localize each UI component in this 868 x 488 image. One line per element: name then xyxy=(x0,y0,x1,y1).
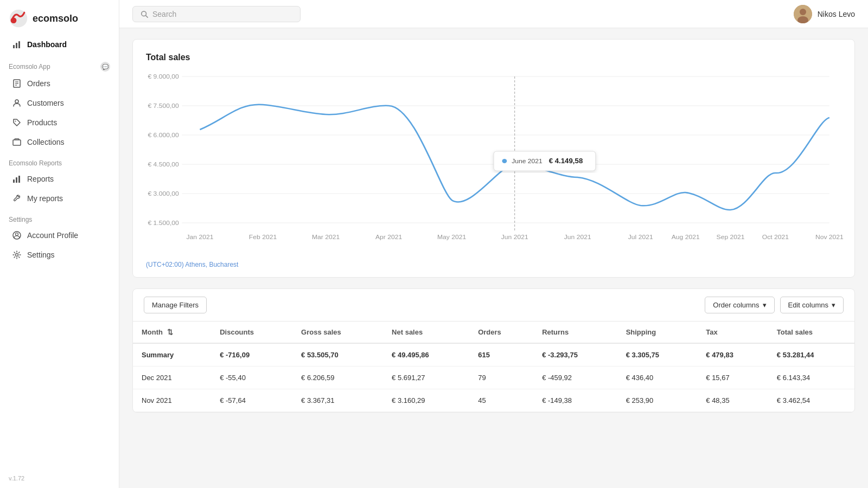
header: Search Nikos Levo xyxy=(119,0,868,28)
app-name: ecomsolo xyxy=(33,13,78,24)
sidebar: ecomsolo Dashboard Ecomsolo App 💬 Orders xyxy=(0,0,119,488)
svg-point-1 xyxy=(11,17,17,23)
edit-columns-label: Edit columns xyxy=(788,301,828,309)
logo-icon xyxy=(9,9,28,28)
table-cell: € 3.160,29 xyxy=(383,389,469,412)
svg-point-16 xyxy=(16,233,18,236)
manage-filters-button[interactable]: Manage Filters xyxy=(144,297,207,313)
version-label: v.1.72 xyxy=(0,468,119,488)
table-row: Nov 2021€ -57,64€ 3.367,31€ 3.160,2945€ … xyxy=(133,389,854,412)
order-columns-label: Order columns xyxy=(713,301,759,309)
svg-line-19 xyxy=(146,15,148,17)
svg-text:Nov 2021: Nov 2021 xyxy=(815,234,844,240)
table-cell: € 6.206,59 xyxy=(292,367,383,389)
search-bar[interactable]: Search xyxy=(132,6,301,22)
user-area[interactable]: Nikos Levo xyxy=(794,5,855,23)
table-cell: Summary xyxy=(133,343,211,367)
table-cell: € -57,64 xyxy=(211,389,292,412)
sidebar-item-dashboard-label: Dashboard xyxy=(27,40,67,49)
table-cell: Nov 2021 xyxy=(133,389,211,412)
col-total-sales: Total sales xyxy=(768,322,854,343)
svg-text:Mar 2021: Mar 2021 xyxy=(312,234,340,240)
table-cell: € -716,09 xyxy=(211,343,292,367)
svg-text:Oct 2021: Oct 2021 xyxy=(762,234,789,240)
svg-rect-4 xyxy=(18,41,20,48)
sidebar-item-settings[interactable]: Settings xyxy=(3,245,116,265)
svg-point-21 xyxy=(800,9,806,15)
receipt-icon xyxy=(12,79,22,88)
table-cell: € 48,35 xyxy=(697,389,768,412)
user-circle-icon xyxy=(12,230,22,240)
wrench-icon xyxy=(12,194,22,203)
svg-text:€ 3.000,00: € 3.000,00 xyxy=(148,191,178,197)
user-name: Nikos Levo xyxy=(818,10,855,18)
table-cell: € 6.143,34 xyxy=(768,367,854,389)
svg-text:Jul 2021: Jul 2021 xyxy=(628,234,653,240)
svg-text:Jun 2021: Jun 2021 xyxy=(501,234,528,240)
table-toolbar: Manage Filters Order columns ▾ Edit colu… xyxy=(133,289,854,322)
chart-svg: € 9.000,00 € 7.500,00 € 6.000,00 € 4.500… xyxy=(146,71,841,245)
sales-table: Month ⇅ Discounts Gross sales Net sales … xyxy=(133,322,854,412)
order-columns-button[interactable]: Order columns ▾ xyxy=(705,297,774,313)
sidebar-item-collections-label: Collections xyxy=(27,138,64,146)
svg-point-38 xyxy=(502,159,507,163)
svg-point-17 xyxy=(16,254,18,256)
sidebar-item-reports-label: Reports xyxy=(27,175,54,183)
col-tax: Tax xyxy=(697,322,768,343)
svg-rect-13 xyxy=(16,177,17,183)
search-placeholder: Search xyxy=(152,10,176,18)
svg-text:Jun 2021: Jun 2021 xyxy=(564,234,591,240)
sidebar-item-reports[interactable]: Reports xyxy=(3,169,116,189)
sidebar-item-customers[interactable]: Customers xyxy=(3,93,116,113)
svg-text:Sep 2021: Sep 2021 xyxy=(717,234,745,240)
table-cell: € 436,40 xyxy=(617,367,698,389)
svg-text:€ 9.000,00: € 9.000,00 xyxy=(148,74,178,80)
sidebar-item-collections[interactable]: Collections xyxy=(3,132,116,152)
svg-rect-3 xyxy=(16,43,17,48)
sidebar-item-account-profile[interactable]: Account Profile xyxy=(3,226,116,245)
col-month: Month ⇅ xyxy=(133,322,211,343)
table-row: Summary€ -716,09€ 53.505,70€ 49.495,8661… xyxy=(133,343,854,367)
edit-columns-button[interactable]: Edit columns ▾ xyxy=(780,297,844,313)
svg-text:€ 6.000,00: € 6.000,00 xyxy=(148,132,178,138)
sidebar-item-my-reports[interactable]: My reports xyxy=(3,189,116,208)
column-buttons: Order columns ▾ Edit columns ▾ xyxy=(705,297,844,313)
table-cell: € 5.691,27 xyxy=(383,367,469,389)
sidebar-item-products[interactable]: Products xyxy=(3,113,116,132)
sidebar-item-orders-label: Orders xyxy=(27,79,50,88)
table-cell: 45 xyxy=(469,389,533,412)
sidebar-item-orders[interactable]: Orders xyxy=(3,74,116,93)
svg-text:€ 7.500,00: € 7.500,00 xyxy=(148,103,178,109)
col-shipping: Shipping xyxy=(617,322,698,343)
col-gross-sales: Gross sales xyxy=(292,322,383,343)
svg-rect-14 xyxy=(18,176,20,183)
svg-text:Jan 2021: Jan 2021 xyxy=(186,234,213,240)
tag-icon xyxy=(12,118,22,127)
sidebar-item-dashboard[interactable]: Dashboard xyxy=(3,35,116,54)
sort-icon[interactable]: ⇅ xyxy=(167,328,173,336)
svg-text:Feb 2021: Feb 2021 xyxy=(249,234,277,240)
table-cell: € 53.505,70 xyxy=(292,343,383,367)
bubble-icon: 💬 xyxy=(100,62,110,72)
search-icon xyxy=(141,10,148,18)
chevron-down-icon: ▾ xyxy=(763,301,767,309)
table-cell: € 53.281,44 xyxy=(768,343,854,367)
table-card: Manage Filters Order columns ▾ Edit colu… xyxy=(132,288,855,413)
table-cell: € -55,40 xyxy=(211,367,292,389)
svg-rect-2 xyxy=(13,45,15,48)
svg-rect-11 xyxy=(13,140,21,145)
table-row: Dec 2021€ -55,40€ 6.206,59€ 5.691,2779€ … xyxy=(133,367,854,389)
table-cell: € 15,67 xyxy=(697,367,768,389)
gear-icon xyxy=(12,250,22,260)
table-cell: € 479,83 xyxy=(697,343,768,367)
table-cell: € 253,90 xyxy=(617,389,698,412)
svg-text:€ 1.500,00: € 1.500,00 xyxy=(148,220,178,226)
table-cell: € -3.293,75 xyxy=(533,343,617,367)
col-returns: Returns xyxy=(533,322,617,343)
chart-title: Total sales xyxy=(146,53,841,62)
chart-timezone: (UTC+02:00) Athens, Bucharest xyxy=(146,261,841,268)
chevron-down-icon-2: ▾ xyxy=(832,301,835,309)
person-icon xyxy=(12,98,22,108)
sidebar-item-account-profile-label: Account Profile xyxy=(27,231,78,240)
svg-text:Apr 2021: Apr 2021 xyxy=(375,234,402,240)
